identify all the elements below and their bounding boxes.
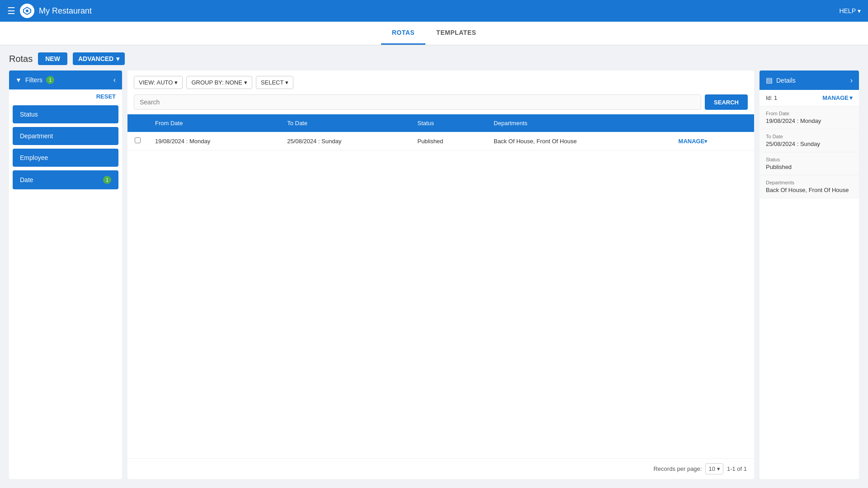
tab-templates[interactable]: TEMPLATES (425, 22, 487, 45)
center-panel: VIEW: AUTO ▾ GROUP BY: NONE ▾ SELECT ▾ S… (127, 70, 754, 479)
top-nav: ☰ My Restaurant HELP ▾ (0, 0, 868, 22)
chevron-down-icon: ▾ (285, 79, 288, 86)
filters-header: ▼ Filters 1 ‹ (9, 70, 122, 89)
chevron-down-icon: ▾ (858, 7, 861, 14)
date-filter-badge: 1 (103, 176, 111, 184)
details-id-row: Id: 1 MANAGE ▾ (760, 90, 859, 106)
row-from-date: 19/08/2024 : Monday (148, 132, 280, 150)
row-manage-cell: MANAGE ▾ (671, 132, 754, 150)
details-manage-button[interactable]: MANAGE ▾ (822, 94, 853, 101)
filter-status[interactable]: Status (13, 105, 118, 123)
search-button[interactable]: SEARCH (705, 94, 748, 110)
rotas-table: From Date To Date Status Departments 19/… (127, 114, 754, 150)
reset-button[interactable]: RESET (90, 89, 122, 103)
chevron-down-icon: ▾ (849, 94, 853, 101)
chevron-down-icon: ▾ (717, 465, 720, 472)
table-row: 19/08/2024 : Monday 25/08/2024 : Sunday … (127, 132, 754, 150)
col-status: Status (410, 114, 486, 132)
page-title: Rotas (9, 54, 33, 64)
svg-point-1 (26, 9, 28, 12)
col-departments: Departments (486, 114, 671, 132)
col-to-date: To Date (280, 114, 410, 132)
chevron-down-icon: ▾ (175, 79, 178, 86)
row-manage-button[interactable]: MANAGE (679, 138, 705, 145)
search-row: SEARCH (127, 94, 754, 114)
row-status: Published (410, 132, 486, 150)
row-checkbox-cell (127, 132, 148, 150)
filters-panel: ▼ Filters 1 ‹ RESET Status Department Em… (9, 70, 122, 479)
filters-badge: 1 (46, 76, 54, 84)
advanced-button[interactable]: ADVANCED ▾ (73, 52, 125, 65)
details-header: ▤ Details › (760, 70, 859, 90)
details-panel: ▤ Details › Id: 1 MANAGE ▾ From Date 19/… (760, 70, 859, 479)
group-by-button[interactable]: GROUP BY: NONE ▾ (186, 76, 252, 89)
details-from-date: From Date 19/08/2024 : Monday (760, 106, 859, 129)
filter-date[interactable]: Date 1 (13, 170, 118, 189)
records-per-page-label: Records per page: (653, 465, 702, 472)
filter-icon: ▼ (15, 76, 22, 84)
app-title: My Restaurant (39, 6, 92, 16)
pagination-range: 1-1 of 1 (727, 465, 747, 472)
col-actions (671, 114, 754, 132)
pagination-row: Records per page: 10 ▾ 1-1 of 1 (127, 458, 754, 479)
row-to-date: 25/08/2024 : Sunday (280, 132, 410, 150)
collapse-icon[interactable]: ‹ (113, 76, 116, 84)
view-toolbar: VIEW: AUTO ▾ GROUP BY: NONE ▾ SELECT ▾ (127, 70, 754, 94)
details-id: Id: 1 (766, 94, 777, 101)
app-icon (20, 4, 34, 18)
details-status: Status Published (760, 152, 859, 175)
new-button[interactable]: NEW (38, 52, 67, 65)
checkbox-header (127, 114, 148, 132)
details-icon: ▤ (766, 76, 773, 84)
view-auto-button[interactable]: VIEW: AUTO ▾ (134, 76, 183, 89)
chevron-down-icon: ▾ (116, 55, 119, 62)
search-input[interactable] (134, 94, 701, 110)
tabs-bar: ROTAS TEMPLATES (0, 22, 868, 45)
details-departments: Departments Back Of House, Front Of Hous… (760, 175, 859, 198)
help-button[interactable]: HELP ▾ (839, 7, 861, 14)
manage-chevron-icon[interactable]: ▾ (704, 138, 708, 145)
details-to-date: To Date 25/08/2024 : Sunday (760, 129, 859, 152)
col-from-date: From Date (148, 114, 280, 132)
filter-department[interactable]: Department (13, 127, 118, 145)
per-page-select[interactable]: 10 ▾ (705, 463, 723, 474)
hamburger-icon[interactable]: ☰ (7, 5, 15, 16)
tab-rotas[interactable]: ROTAS (381, 22, 425, 45)
details-expand-icon[interactable]: › (850, 76, 853, 84)
page-header: Rotas NEW ADVANCED ▾ (0, 45, 868, 70)
row-departments: Back Of House, Front Of House (486, 132, 671, 150)
table-header-row: From Date To Date Status Departments (127, 114, 754, 132)
filter-employee[interactable]: Employee (13, 149, 118, 167)
main-layout: ▼ Filters 1 ‹ RESET Status Department Em… (0, 70, 868, 488)
row-checkbox[interactable] (135, 137, 141, 143)
select-button[interactable]: SELECT ▾ (256, 76, 294, 89)
chevron-down-icon: ▾ (244, 79, 247, 86)
